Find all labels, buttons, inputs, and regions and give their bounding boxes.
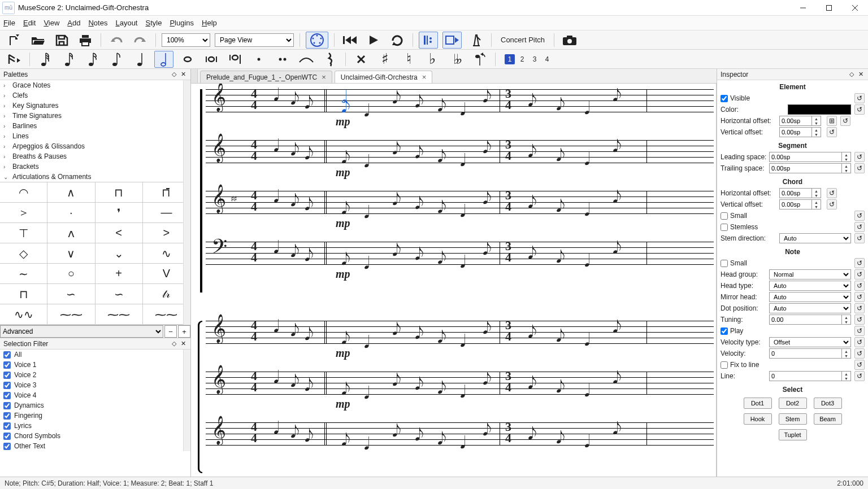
tuning-input[interactable] <box>769 315 842 325</box>
menu-add[interactable]: Add <box>67 19 80 27</box>
dotpos-combo[interactable]: Auto <box>769 303 851 313</box>
headgroup-combo[interactable]: Normal <box>769 269 851 280</box>
reset-icon[interactable]: ↺ <box>854 360 865 370</box>
palette-item[interactable]: ⌄Articulations & Ornaments <box>0 172 190 182</box>
natural-icon[interactable]: ♮ <box>399 51 418 68</box>
reset-icon[interactable]: ↺ <box>854 292 865 302</box>
palette-cell[interactable]: ∧ <box>47 182 95 203</box>
palette-remove-btn[interactable]: − <box>164 325 177 338</box>
dot-icon[interactable] <box>249 51 268 68</box>
palette-cell[interactable]: ⊤ <box>0 223 47 243</box>
selection-filter-row[interactable]: Lyrics <box>0 421 190 431</box>
undo-icon[interactable] <box>107 32 126 49</box>
reset-icon[interactable]: ↺ <box>854 303 865 313</box>
note-input-icon[interactable] <box>5 51 24 68</box>
palettes-float-icon[interactable]: ◇ <box>170 71 178 78</box>
palette-cell[interactable]: ⁓⁓ <box>96 304 143 325</box>
score-canvas[interactable]: 𝄞4434𝅘𝅥𝅘𝅥𝅮𝅘𝅥𝅮𝅘𝅥𝅮𝅘𝅥𝅘𝅥𝅮𝅘𝅥𝅮𝅘𝅥𝅮𝅘𝅥𝅘𝅥𝅮𝅘𝅥𝅮𝅘𝅥𝅮𝅘𝅥… <box>191 84 717 477</box>
palette-cell[interactable]: ❜ <box>96 203 143 223</box>
palette-item[interactable]: ›Key Signatures <box>0 101 190 111</box>
open-icon[interactable] <box>28 32 47 49</box>
select-stem[interactable]: Stem <box>779 413 807 425</box>
hoff-input[interactable] <box>779 116 812 126</box>
leading-input[interactable] <box>769 152 842 162</box>
selfilter-float-icon[interactable]: ◇ <box>170 340 178 348</box>
palette-cell[interactable]: ∽ <box>96 284 143 304</box>
view-mode-combo[interactable]: Page View <box>215 33 294 47</box>
selection-filter-row[interactable]: Voice 3 <box>0 380 190 390</box>
duration-32nd-icon[interactable] <box>59 51 79 68</box>
duration-8th-icon[interactable] <box>107 51 126 68</box>
voice-2[interactable]: 2 <box>517 54 527 64</box>
palette-cell[interactable]: ⊓ <box>0 284 47 304</box>
reset-icon[interactable]: ↺ <box>854 233 865 243</box>
select-dot1[interactable]: Dot1 <box>744 398 772 409</box>
palette-cell[interactable]: ◠ <box>0 182 47 203</box>
menu-notes[interactable]: Notes <box>88 19 107 27</box>
select-hook[interactable]: Hook <box>744 413 772 425</box>
voice-1[interactable]: 1 <box>505 54 515 64</box>
double-sharp-icon[interactable] <box>351 51 371 68</box>
palette-cell[interactable]: · <box>47 203 95 223</box>
selection-filter-row[interactable]: All <box>0 350 190 360</box>
palette-item[interactable]: ›Grace Notes <box>0 80 190 90</box>
reset-icon[interactable]: ↺ <box>854 152 865 162</box>
palette-cell[interactable]: ∨ <box>47 243 95 264</box>
palette-cell[interactable]: ◇ <box>0 243 47 264</box>
stemless-checkbox[interactable] <box>721 224 728 231</box>
stemdir-combo[interactable]: Auto <box>779 233 851 243</box>
loop-icon[interactable] <box>388 32 407 49</box>
new-score-icon[interactable] <box>5 32 24 49</box>
line-input[interactable] <box>769 371 842 381</box>
palette-cell[interactable]: ∽ <box>47 284 95 304</box>
palette-item[interactable]: ›Clefs <box>0 90 190 101</box>
reset-icon[interactable]: ↺ <box>827 199 837 209</box>
trailing-input[interactable] <box>769 163 842 173</box>
window-maximize[interactable] <box>816 0 842 16</box>
rest-icon[interactable] <box>320 51 340 68</box>
palette-item[interactable]: ›Time Signatures <box>0 111 190 121</box>
tab-close-icon[interactable]: × <box>422 73 427 81</box>
duration-whole-icon[interactable] <box>178 51 197 68</box>
concert-pitch-button[interactable]: Concert Pitch <box>497 36 548 44</box>
reset-icon[interactable]: ↺ <box>854 348 865 359</box>
fixline-checkbox[interactable] <box>721 361 728 369</box>
menu-layout[interactable]: Layout <box>115 19 137 27</box>
duration-breve-icon[interactable] <box>202 51 221 68</box>
palette-workspace-combo[interactable]: Advanced <box>0 325 163 338</box>
metronome-icon[interactable] <box>466 32 485 49</box>
window-minimize[interactable] <box>790 0 816 16</box>
select-dot2[interactable]: Dot2 <box>779 398 807 409</box>
redo-icon[interactable] <box>131 32 150 49</box>
headtype-combo[interactable]: Auto <box>769 281 851 291</box>
inspector-float-icon[interactable]: ◇ <box>848 71 856 78</box>
palette-item[interactable]: ›Arpeggios & Glissandos <box>0 141 190 151</box>
palette-cell[interactable]: ∼ <box>0 264 47 284</box>
reset-icon[interactable]: ↺ <box>854 315 865 325</box>
reset-icon[interactable]: ↺ <box>854 258 865 268</box>
chord-voff-input[interactable] <box>779 199 812 209</box>
midi-input-icon[interactable] <box>306 32 328 49</box>
menu-file[interactable]: File <box>3 19 15 27</box>
ruler-icon[interactable]: ⊞ <box>827 116 837 126</box>
reset-icon[interactable]: ↺ <box>854 269 865 280</box>
duration-64th-icon[interactable] <box>36 51 55 68</box>
double-flat-icon[interactable]: ♭♭ <box>446 51 466 68</box>
menu-style[interactable]: Style <box>145 19 162 27</box>
tab-prelude[interactable]: Prelude_and_Fugue_1_-_OpenWTC× <box>200 71 332 83</box>
reset-icon[interactable]: ↺ <box>854 281 865 291</box>
note-small-checkbox[interactable] <box>721 260 728 267</box>
flat-icon[interactable]: ♭ <box>423 51 442 68</box>
reset-icon[interactable]: ↺ <box>827 127 837 137</box>
palette-cell[interactable]: ʌ <box>47 223 95 243</box>
duration-quarter-icon[interactable] <box>131 51 150 68</box>
flip-icon[interactable] <box>470 51 489 68</box>
color-swatch[interactable] <box>788 104 851 115</box>
selection-filter-row[interactable]: Chord Symbols <box>0 431 190 441</box>
selection-filter-row[interactable]: Voice 4 <box>0 390 190 400</box>
reset-icon[interactable]: ↺ <box>854 93 865 103</box>
duration-half-icon[interactable] <box>154 51 173 68</box>
selection-filter-row[interactable]: Voice 2 <box>0 370 190 380</box>
palette-cell[interactable]: ∿∿ <box>0 304 47 325</box>
palette-cell[interactable]: < <box>96 223 143 243</box>
